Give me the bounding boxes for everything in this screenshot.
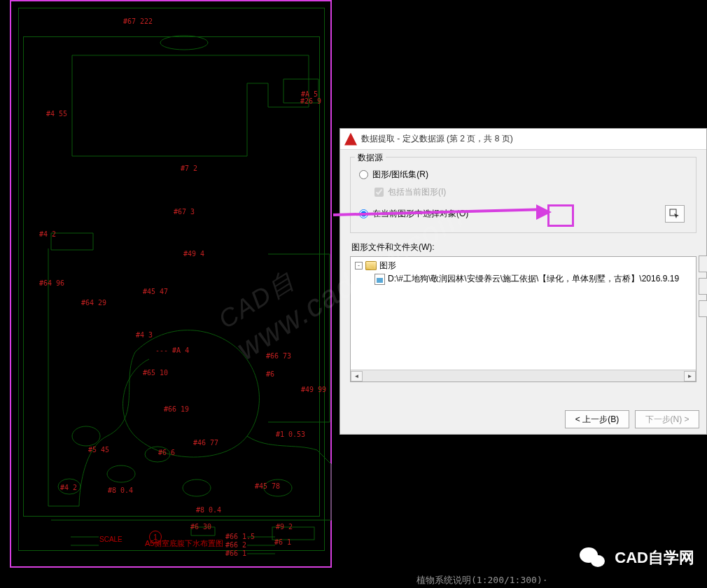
next-button: 下一步(N) > [635, 410, 699, 428]
cad-text-label: #45 78 [255, 482, 280, 490]
autocad-icon [344, 133, 357, 146]
cad-text-label: #6 [266, 370, 274, 378]
cad-text-label: #4 3 [136, 331, 153, 339]
side-button-3[interactable] [699, 300, 707, 317]
brand-text: CAD自学网 [615, 547, 694, 568]
cad-text-label: #67 3 [174, 208, 195, 216]
radio-drawing-set-label: 图形/图纸集(R) [372, 169, 428, 181]
cad-text-label: #26 9 [300, 97, 321, 105]
cad-text-label: #64 29 [81, 299, 106, 307]
cad-text-label: #7 2 [181, 164, 197, 172]
cad-text-label: #66 1.5 [225, 533, 255, 540]
cad-text-label: #64 96 [39, 279, 64, 287]
scroll-left-icon[interactable]: ◄ [351, 371, 363, 382]
file-tree[interactable]: - 图形 D:\#工地狗\敬润园林\安缦养云\施工依据\【绿化，单体别墅，古桥】… [350, 256, 696, 382]
dialog-footer: < 上一步(B) 下一步(N) > [565, 410, 699, 428]
datasource-group: 数据源 图形/图纸集(R) 包括当前图形(I) 在当前图形中选择对象(O) [350, 157, 696, 233]
cad-text-label: #66 19 [164, 405, 189, 413]
side-button-1[interactable] [699, 255, 707, 272]
pick-objects-button[interactable] [665, 205, 685, 223]
cad-text-label: #66 1 [225, 550, 246, 557]
cad-text-label: #8 0.4 [196, 506, 221, 514]
dwg-file-icon [374, 274, 385, 285]
dialog-title-text: 数据提取 - 定义数据源 (第 2 页，共 8 页) [361, 133, 513, 145]
check-include-current-input [374, 188, 384, 197]
radio-drawing-set-input[interactable] [359, 170, 368, 179]
check-include-current-label: 包括当前图形(I) [388, 186, 446, 198]
tree-item[interactable]: D:\#工地狗\敬润园林\安缦养云\施工依据\【绿化，单体别墅，古桥】\2016… [374, 273, 692, 285]
cad-text-label: #6 1 [274, 538, 291, 546]
pick-cursor-icon [669, 209, 680, 220]
cad-text-label: #4 2 [60, 484, 77, 491]
radio-drawing-set[interactable]: 图形/图纸集(R) [359, 169, 687, 181]
cad-text-label: #4 2 [39, 230, 56, 238]
cad-text-label: #5 45 [88, 446, 109, 454]
folder-icon [365, 261, 377, 270]
cad-text-label: #65 10 [143, 369, 168, 377]
cad-text-label: #66 2 [225, 541, 246, 549]
cad-text-label: #49 99 [301, 386, 326, 393]
cad-text-label: #46 77 [193, 439, 218, 447]
cad-text-label: #4 55 [46, 110, 67, 118]
tree-root-label: 图形 [379, 260, 396, 272]
cad-text-label: #45 47 [143, 288, 168, 295]
cad-text-label: #49 4 [183, 250, 204, 258]
cad-text-label: --- #A 4 [155, 346, 189, 354]
tree-item-path: D:\#工地狗\敬润园林\安缦养云\施工依据\【绿化，单体别墅，古桥】\2016… [388, 273, 679, 285]
cad-text-label: #9 2 [276, 523, 293, 531]
dialog-titlebar[interactable]: 数据提取 - 定义数据源 (第 2 页，共 8 页) [340, 129, 706, 150]
cad-text-label: #67 222 [123, 18, 153, 25]
brand-footer: CAD自学网 [580, 546, 694, 570]
tree-collapse-icon[interactable]: - [355, 262, 363, 270]
annotation-arrow-head [536, 204, 552, 220]
scroll-right-icon[interactable]: ► [684, 371, 696, 382]
ratio-hint: 植物系统说明(1:200/1:300)· [416, 574, 548, 587]
cad-text-label: #8 0.4 [108, 486, 133, 494]
group-legend: 数据源 [355, 152, 386, 164]
tree-root[interactable]: - 图形 [355, 260, 692, 272]
cad-text-label: #1 0.53 [276, 430, 305, 438]
cad-text-label: #66 73 [266, 352, 291, 360]
side-button-2[interactable] [699, 278, 707, 295]
cad-text-label: #6 30 [190, 523, 211, 531]
wechat-icon [580, 546, 608, 570]
side-button-strip [699, 255, 707, 317]
horizontal-scrollbar[interactable]: ◄ ► [351, 370, 696, 382]
cad-text-label: #6 6 [158, 449, 175, 456]
data-extraction-dialog: 数据提取 - 定义数据源 (第 2 页，共 8 页) 数据源 图形/图纸集(R)… [340, 128, 707, 435]
files-label: 图形文件和文件夹(W): [351, 241, 695, 253]
back-button[interactable]: < 上一步(B) [565, 410, 629, 428]
check-include-current: 包括当前图形(I) [374, 186, 687, 198]
